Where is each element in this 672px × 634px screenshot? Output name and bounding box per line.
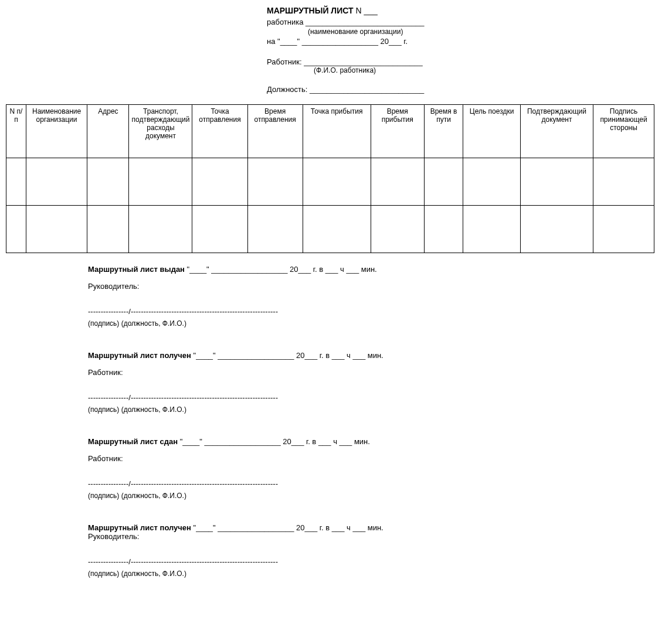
th-transport: Транспорт, подтверждающий расходы докуме… (129, 105, 192, 158)
position-label: Должность: ___________________________ (267, 85, 666, 94)
heading-bold: Маршрутный лист сдан (88, 437, 178, 446)
route-table: N п/п Наименование организации Адрес Тра… (6, 104, 654, 253)
heading-rest: "____" __________________ 20___ г. в ___… (191, 351, 383, 360)
document-title: МАРШРУТНЫЙ ЛИСТ N ___ (267, 6, 666, 15)
cell (520, 206, 593, 253)
cell (593, 206, 654, 253)
cell (192, 206, 247, 253)
heading-rest: "____" __________________ 20___ г. в ___… (178, 437, 370, 446)
cell (6, 158, 26, 206)
section-heading: Маршрутный лист сдан "____" ____________… (88, 437, 666, 446)
th-departure-point: Точка отправления (192, 105, 247, 158)
org-hint: (наименование организации) (308, 28, 666, 36)
worker-hint: (Ф.И.О. работника) (314, 66, 666, 74)
table-row (6, 158, 654, 206)
cell (247, 206, 303, 253)
th-arrival-point: Точка прибытия (303, 105, 371, 158)
cell (26, 206, 87, 253)
section-submitted: Маршрутный лист сдан "____" ____________… (88, 437, 666, 500)
heading-bold: Маршрутный лист получен (88, 523, 191, 532)
document-header: МАРШРУТНЫЙ ЛИСТ N ___ работника ________… (267, 6, 666, 46)
heading-rest: "____" __________________ 20___ г. в ___… (185, 265, 377, 274)
section-role: Работник: (88, 454, 666, 463)
cell (463, 158, 521, 206)
th-arrival-time: Время прибытия (371, 105, 424, 158)
signature-line: ----------------/-----------------------… (88, 307, 666, 316)
cell (520, 158, 593, 206)
cell (192, 158, 247, 206)
section-heading: Маршрутный лист получен "____" _________… (88, 351, 666, 360)
th-departure-time: Время отправления (247, 105, 303, 158)
section-received-back: Маршрутный лист получен "____" _________… (88, 523, 666, 578)
table-header-row: N п/п Наименование организации Адрес Тра… (6, 105, 654, 158)
th-addr: Адрес (87, 105, 129, 158)
signature-label: (подпись) (должность, Ф.И.О.) (88, 492, 666, 500)
th-document: Подтверждающий документ (520, 105, 593, 158)
heading-rest: "____" __________________ 20___ г. в ___… (191, 523, 383, 532)
cell (424, 158, 463, 206)
heading-bold: Маршрутный лист получен (88, 351, 191, 360)
th-signature: Подпись принимающей стороны (593, 105, 654, 158)
title-bold: МАРШРУТНЫЙ ЛИСТ (267, 6, 354, 15)
worker-field: Работник: ____________________________ (… (267, 57, 666, 74)
cell (129, 206, 192, 253)
signature-line: ----------------/-----------------------… (88, 479, 666, 488)
cell (87, 206, 129, 253)
th-travel-time: Время в пути (424, 105, 463, 158)
section-role: Руководитель: (88, 282, 666, 291)
signature-label: (подпись) (должность, Ф.И.О.) (88, 319, 666, 328)
cell (371, 206, 424, 253)
section-role: Руководитель: (88, 532, 666, 541)
cell (303, 206, 371, 253)
cell (424, 206, 463, 253)
heading-bold: Маршрутный лист выдан (88, 265, 185, 274)
employee-line: работника ____________________________ (267, 18, 666, 26)
cell (129, 158, 192, 206)
signature-line: ----------------/-----------------------… (88, 393, 666, 402)
cell (463, 206, 521, 253)
cell (26, 158, 87, 206)
cell (371, 158, 424, 206)
cell (6, 206, 26, 253)
section-issued: Маршрутный лист выдан "____" ___________… (88, 265, 666, 328)
worker-label: Работник: ____________________________ (267, 57, 666, 66)
signature-label: (подпись) (должность, Ф.И.О.) (88, 405, 666, 414)
th-org: Наименование организации (26, 105, 87, 158)
title-number: N ___ (354, 6, 378, 15)
section-heading: Маршрутный лист получен "____" _________… (88, 523, 666, 532)
date-line: на "____" __________________ 20___ г. (267, 37, 666, 46)
position-field: Должность: ___________________________ (267, 85, 666, 94)
th-purpose: Цель поездки (463, 105, 521, 158)
th-npp: N п/п (6, 105, 26, 158)
cell (87, 158, 129, 206)
cell (593, 158, 654, 206)
section-heading: Маршрутный лист выдан "____" ___________… (88, 265, 666, 274)
signature-line: ----------------/-----------------------… (88, 557, 666, 566)
signature-label: (подпись) (должность, Ф.И.О.) (88, 570, 666, 578)
cell (303, 158, 371, 206)
section-role: Работник: (88, 368, 666, 377)
table-row (6, 206, 654, 253)
cell (247, 158, 303, 206)
section-received: Маршрутный лист получен "____" _________… (88, 351, 666, 414)
